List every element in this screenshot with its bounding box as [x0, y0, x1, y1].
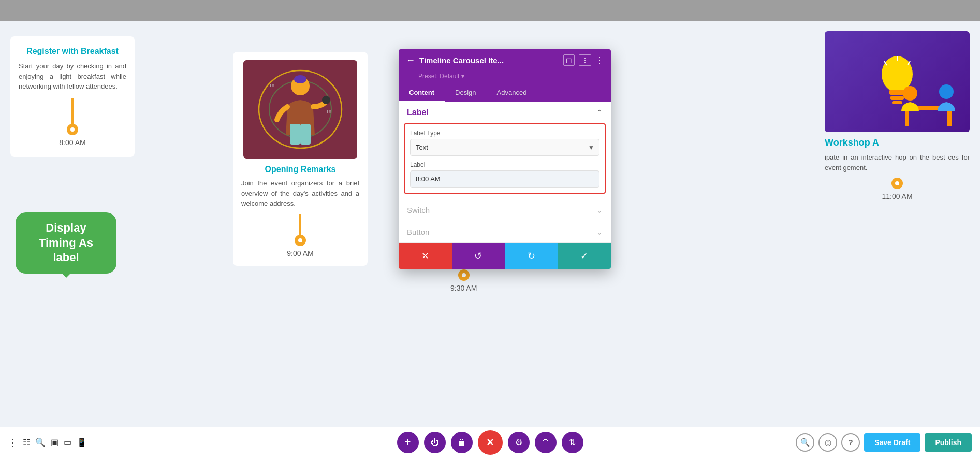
card-workshop: Workshop A ipate in an interactive hop o…	[825, 31, 970, 201]
panel-preset-text: Preset: Default ▾	[418, 73, 464, 80]
card-930: 9:30 AM	[450, 269, 477, 292]
switch-section[interactable]: Switch ⌄	[399, 199, 611, 221]
card-register: Register with Breakfast Start your day b…	[10, 36, 135, 157]
help-icon[interactable]: ?	[841, 433, 860, 452]
label-section-chevron: ⌃	[596, 108, 603, 117]
svg-rect-17	[905, 110, 909, 126]
label-section-header[interactable]: Label ⌃	[399, 102, 611, 123]
cancel-btn[interactable]: ✕	[399, 243, 452, 269]
workshop-image	[825, 31, 970, 132]
close-center-button[interactable]: ✕	[478, 430, 503, 455]
switch-section-title: Switch	[407, 206, 430, 215]
svg-point-20	[939, 84, 954, 99]
label-value-label: Label	[410, 161, 599, 168]
add-button[interactable]: +	[397, 432, 419, 453]
button-section-chevron: ⌄	[596, 228, 603, 236]
card-930-dot	[458, 269, 470, 281]
save-draft-button[interactable]: Save Draft	[864, 433, 920, 452]
label-type-field: Label Type Text Icon None ▼	[410, 130, 599, 156]
card-opening-title: Opening Remarks	[265, 165, 336, 174]
power-button[interactable]: ⏻	[424, 432, 446, 453]
confirm-btn[interactable]: ✓	[558, 243, 611, 269]
card-workshop-dot	[891, 178, 903, 189]
top-bar	[0, 0, 980, 21]
svg-text:": "	[326, 107, 331, 123]
label-type-label: Label Type	[410, 130, 599, 137]
search-circle-icon[interactable]: 🔍	[796, 433, 814, 452]
card-register-desc: Start your day by checking in and enjoyi…	[19, 61, 126, 92]
reorder-button[interactable]: ⇅	[562, 432, 583, 453]
main-area: Register with Breakfast Start your day b…	[0, 21, 980, 457]
card-opening-desc: Join the event organizers for a brief ov…	[241, 178, 359, 209]
toolbar-dots-icon[interactable]: ⋮	[8, 437, 18, 448]
switch-section-chevron: ⌄	[596, 206, 603, 215]
svg-point-6	[322, 96, 330, 104]
label-section-title: Label	[407, 108, 429, 117]
toolbar-monitor-icon[interactable]: ▣	[51, 437, 58, 447]
label-type-select[interactable]: Text Icon None	[410, 139, 599, 156]
toolbar-left: ⋮ ☷ 🔍 ▣ ▭ 📱	[8, 437, 87, 448]
layers-icon[interactable]: ◎	[818, 433, 837, 452]
card-opening-dot	[295, 235, 306, 246]
card-930-time: 9:30 AM	[450, 284, 477, 292]
panel-icon-more[interactable]: ⋮	[595, 55, 604, 65]
tab-content[interactable]: Content	[399, 84, 445, 102]
label-value-input[interactable]	[410, 170, 599, 188]
label-type-select-wrapper[interactable]: Text Icon None ▼	[410, 139, 599, 156]
toolbar-grid-icon[interactable]: ☷	[23, 437, 30, 447]
panel-icon-resize[interactable]: ◻	[563, 54, 575, 66]
svg-rect-5	[300, 124, 311, 145]
card-opening: " " Opening Remarks Join the event organ…	[233, 52, 368, 266]
panel-icon-columns[interactable]: ⋮	[579, 54, 591, 66]
card-register-time: 8:00 AM	[59, 138, 85, 147]
speech-bubble: Display Timing As label	[16, 212, 116, 274]
toolbar-tablet-icon[interactable]: ▭	[64, 437, 71, 447]
button-section[interactable]: Button ⌄	[399, 221, 611, 242]
panel-title: Timeline Carousel Ite...	[419, 56, 559, 65]
card-workshop-desc: ipate in an interactive hop on the best …	[825, 152, 970, 173]
card-opening-line	[299, 214, 301, 235]
panel: ← Timeline Carousel Ite... ◻ ⋮ ⋮ Preset:…	[399, 49, 611, 269]
label-value-field: Label	[410, 161, 599, 188]
svg-point-3	[294, 75, 306, 83]
settings-button[interactable]: ⚙	[508, 432, 530, 453]
toolbar-center: + ⏻ 🗑 ✕ ⚙ ⏲ ⇅	[397, 430, 583, 455]
history-button[interactable]: ⏲	[535, 432, 557, 453]
panel-header: ← Timeline Carousel Ite... ◻ ⋮ ⋮	[399, 49, 611, 71]
panel-tabs: Content Design Advanced	[399, 84, 611, 102]
svg-text:": "	[269, 81, 274, 97]
svg-rect-18	[947, 110, 952, 126]
card-workshop-time: 11:00 AM	[825, 192, 970, 201]
toolbar-search-icon[interactable]: 🔍	[35, 437, 46, 447]
card-register-title: Register with Breakfast	[26, 47, 119, 56]
svg-rect-4	[290, 124, 300, 145]
panel-body: Label ⌃ Label Type Text Icon None	[399, 102, 611, 269]
redo-btn[interactable]: ↻	[505, 243, 558, 269]
speech-bubble-text: Display Timing As label	[39, 221, 93, 264]
svg-point-19	[903, 86, 917, 101]
toolbar-right: 🔍 ◎ ? Save Draft Publish	[796, 433, 972, 452]
toolbar-phone-icon[interactable]: 📱	[77, 437, 87, 447]
bottom-toolbar: ⋮ ☷ 🔍 ▣ ▭ 📱 + ⏻ 🗑 ✕ ⚙ ⏲ ⇅ 🔍 ◎ ? Save Dra…	[0, 427, 980, 457]
card-register-line	[71, 98, 74, 124]
people-illustration	[887, 70, 970, 132]
panel-back-icon[interactable]: ←	[406, 55, 415, 66]
tab-design[interactable]: Design	[445, 84, 486, 102]
card-workshop-title: Workshop A	[825, 137, 970, 148]
person-illustration: " "	[254, 63, 347, 156]
undo-btn[interactable]: ↺	[452, 243, 505, 269]
delete-button[interactable]: 🗑	[451, 432, 473, 453]
card-register-dot	[67, 124, 78, 135]
card-opening-image: " "	[243, 60, 357, 159]
publish-button[interactable]: Publish	[925, 433, 972, 452]
panel-preset[interactable]: Preset: Default ▾	[399, 71, 611, 84]
panel-action-bar: ✕ ↺ ↻ ✓	[399, 242, 611, 269]
button-section-title: Button	[407, 227, 429, 236]
card-opening-time: 9:00 AM	[287, 249, 313, 258]
tab-advanced[interactable]: Advanced	[487, 84, 537, 102]
label-section-content: Label Type Text Icon None ▼ Label	[404, 123, 606, 194]
